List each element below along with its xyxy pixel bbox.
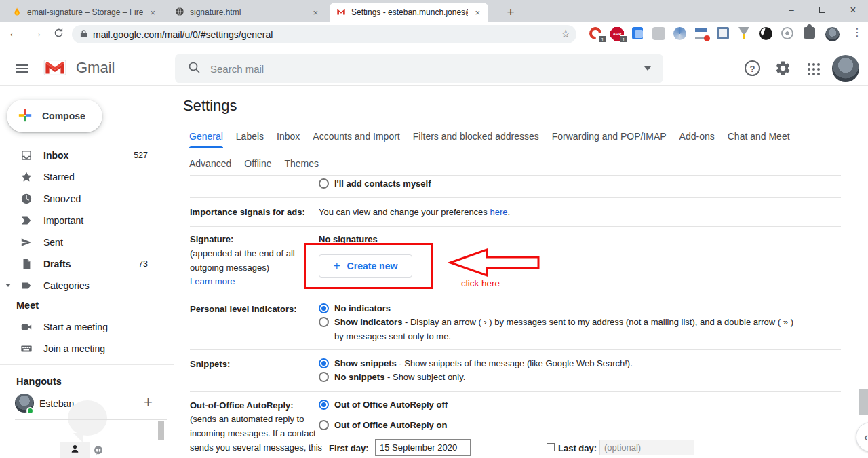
contacts-footer-tab[interactable] (60, 442, 90, 458)
option-autoreply-off[interactable]: Out of Office AutoReply off (319, 400, 448, 410)
new-hangout-button[interactable]: + (144, 394, 153, 411)
back-icon[interactable]: ← (8, 26, 20, 40)
radio-unselected[interactable] (319, 178, 329, 189)
draft-count: 73 (138, 259, 148, 269)
address-bar[interactable] (72, 25, 576, 43)
ext-perfectpixel-icon[interactable] (717, 27, 730, 41)
tab-advanced[interactable]: Advanced (189, 158, 231, 175)
hamburger-menu-icon[interactable] (16, 62, 28, 75)
tab-add-ons[interactable]: Add-ons (679, 131, 715, 148)
first-day-input[interactable] (375, 439, 471, 456)
radio-unselected[interactable] (319, 317, 329, 327)
option-no-indicators[interactable]: No indicators (319, 303, 391, 313)
meet-section-header: Meet (16, 300, 39, 311)
tab-themes[interactable]: Themes (285, 158, 319, 175)
side-panel-chevron-button[interactable]: ‹ (856, 422, 868, 452)
page-scrollbar[interactable] (859, 389, 868, 415)
help-icon[interactable]: ? (745, 60, 760, 76)
window-restore-button[interactable] (810, 0, 833, 20)
ext-puzzle-icon[interactable] (804, 27, 817, 41)
tab-offline[interactable]: Offline (244, 158, 271, 175)
chrome-menu-icon[interactable]: ⋮ (852, 26, 863, 39)
last-day-checkbox[interactable] (547, 443, 555, 451)
gmail-brand-text[interactable]: Gmail (76, 59, 115, 77)
sidebar-item-drafts[interactable]: Drafts 73 (0, 253, 170, 275)
show-indicators-line2: by messages sent only to me. (334, 331, 451, 341)
sidebar-item-snoozed[interactable]: Snoozed (0, 188, 170, 210)
option-show-snippets[interactable]: Show snippets - Show snippets of the mes… (319, 358, 633, 368)
option-autoreply-on[interactable]: Out of Office AutoReply on (319, 420, 447, 430)
sidebar-item-categories[interactable]: Categories (0, 275, 170, 297)
ext-adblock-plus-icon[interactable]: ABP1 (610, 27, 624, 41)
option-no-snippets[interactable]: No snippets - Show subject only. (319, 372, 465, 382)
search-options-caret-icon[interactable] (644, 66, 651, 71)
hangouts-user-name[interactable]: Esteban (39, 398, 74, 409)
gmail-search-bar[interactable] (175, 54, 663, 83)
search-icon[interactable] (187, 60, 201, 77)
ext-element-blocker-icon[interactable] (695, 27, 709, 41)
ext-colorzilla-icon[interactable]: 1 (589, 27, 603, 41)
autoreply-label: Out-of-Office AutoReply: (190, 400, 294, 411)
learn-more-link[interactable]: Learn more (190, 276, 235, 286)
browser-tab-signature[interactable]: signature.html × (168, 3, 326, 22)
tab-general[interactable]: General (189, 131, 223, 148)
search-input[interactable] (210, 63, 590, 75)
tab-accounts-and-import[interactable]: Accounts and Import (313, 131, 399, 148)
option-add-contacts-myself[interactable]: I'll add contacts myself (319, 178, 431, 189)
ext-copy-pages-icon[interactable] (632, 27, 646, 41)
browser-tab-gmail-settings[interactable]: Settings - esteban.munch.jones@ × (330, 3, 488, 22)
sidebar-scrollbar[interactable] (158, 421, 164, 440)
hangouts-divider (15, 419, 167, 420)
tab-close-icon[interactable]: × (149, 7, 157, 18)
settings-tabs-row2: Advanced Offline Themes (189, 158, 319, 175)
url-input[interactable] (93, 29, 500, 40)
presence-dot (26, 407, 34, 415)
tab-close-icon[interactable]: × (311, 7, 319, 18)
ext-dark-reader-icon[interactable] (760, 27, 773, 41)
expand-caret-icon[interactable] (5, 284, 11, 287)
window-close-button[interactable]: × (842, 0, 865, 20)
browser-tab-firebase[interactable]: email-signature – Storage – Fireb × (5, 3, 163, 22)
hangouts-watermark (68, 400, 107, 436)
ext-target-icon[interactable] (781, 27, 795, 41)
new-tab-button[interactable]: + (502, 4, 519, 20)
option-show-indicators[interactable]: Show indicators - Display an arrow ( › )… (319, 317, 793, 327)
tab-forwarding[interactable]: Forwarding and POP/IMAP (552, 131, 667, 148)
radio-unselected[interactable] (319, 420, 329, 430)
bookmark-star-icon[interactable]: ☆ (561, 27, 570, 40)
account-avatar[interactable] (832, 55, 859, 82)
tab-close-icon[interactable]: × (473, 7, 481, 18)
sidebar-item-starred[interactable]: Starred (0, 166, 170, 188)
last-day-input[interactable] (599, 440, 694, 455)
chrome-profile-avatar[interactable] (825, 27, 840, 41)
radio-selected[interactable] (319, 358, 329, 368)
window-minimize-button[interactable]: – (780, 0, 803, 20)
sidebar-item-important[interactable]: Important (0, 210, 170, 231)
sidebar-item-start-meeting[interactable]: Start a meeting (0, 316, 170, 338)
compose-button[interactable]: Compose (7, 100, 102, 132)
radio-selected[interactable] (319, 303, 329, 313)
tab-filters[interactable]: Filters and blocked addresses (413, 131, 539, 148)
hangouts-footer-icon[interactable] (93, 445, 104, 458)
radio-selected[interactable] (319, 400, 329, 410)
send-icon (20, 236, 33, 251)
tab-chat-and-meet[interactable]: Chat and Meet (728, 131, 790, 148)
tab-title: Settings - esteban.munch.jones@ (351, 7, 468, 17)
tab-inbox[interactable]: Inbox (277, 131, 300, 148)
sidebar-item-inbox[interactable]: Inbox 527 (0, 145, 170, 166)
ext-funnel-icon[interactable] (738, 27, 752, 41)
apps-grid-icon[interactable] (808, 63, 810, 66)
radio-unselected[interactable] (319, 372, 329, 382)
reload-icon[interactable] (53, 27, 64, 41)
tab-labels[interactable]: Labels (236, 131, 264, 148)
row-divider (190, 197, 841, 198)
here-link[interactable]: here (490, 207, 507, 217)
forward-icon[interactable]: → (31, 26, 43, 40)
sidebar-item-sent[interactable]: Sent (0, 231, 170, 253)
settings-gear-icon[interactable] (774, 60, 791, 79)
annotation-red-box (304, 243, 433, 289)
ext-swirl-icon[interactable] (673, 27, 687, 41)
ext-react-devtools-icon[interactable] (652, 27, 666, 41)
gmail-logo-icon[interactable] (43, 59, 66, 79)
sidebar-item-join-meeting[interactable]: Join a meeting (0, 338, 170, 360)
